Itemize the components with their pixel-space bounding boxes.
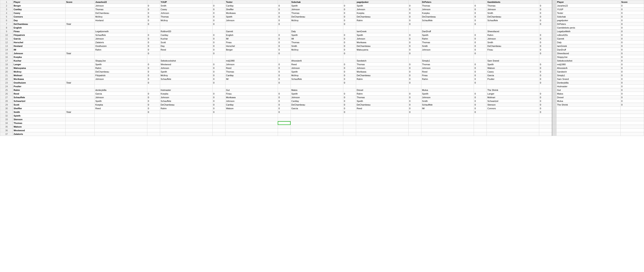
texter-team[interactable]: Horschel [225,44,278,48]
pagelpoker-team[interactable]: pagelpoker [356,0,408,4]
gamblebots-pts[interactable]: 0 [539,63,552,66]
sobchak-team[interactable] [290,132,343,136]
gamblebots-team[interactable]: Sam Sneed [487,59,539,63]
pagelpoker-pts[interactable] [408,59,422,63]
gamblebots-team[interactable]: Poulter [487,77,539,81]
jsearles22-team[interactable]: DeChambeau [94,70,147,74]
drpeters-pts[interactable]: 0 [474,92,487,96]
sobchak-team[interactable]: Schauffele [290,77,343,81]
drpeters-pts[interactable]: 0 [474,44,487,48]
gamblebots-team[interactable]: Stenson [487,103,539,107]
yuup-team[interactable]: Johnson [160,66,212,70]
yuup-pts[interactable] [212,0,225,4]
drpeters-team[interactable] [422,55,474,59]
texter-team[interactable]: Johnson [225,99,278,103]
yuup-team[interactable] [160,125,212,129]
player-name[interactable]: English [13,26,66,30]
player-score[interactable]: Total [66,110,94,114]
pagelpoker-team[interactable]: Speith [356,4,408,8]
texter-team[interactable] [225,22,278,26]
pagelpoker-pts[interactable] [408,26,422,30]
sobchak-pts[interactable]: 0 [343,107,356,110]
player-score[interactable] [66,66,94,70]
drpeters-pts[interactable]: 0 [474,37,487,41]
drpeters-team[interactable] [422,121,474,125]
gamblebots-pts[interactable] [539,59,552,63]
gamblebots-team[interactable]: Speith [487,63,539,66]
yuup-team[interactable] [160,114,212,118]
gamblebots-pts[interactable]: 0 [539,77,552,81]
player-score[interactable] [66,30,94,33]
pagelpoker-team[interactable] [356,110,408,114]
player2-score[interactable]: Score [620,0,644,4]
drpeters-team[interactable] [422,129,474,132]
table-row[interactable]: 22MorikawaJohnson0Schauffele0IM0Schauffe… [0,77,644,81]
jsearles22-team[interactable]: Hovland [94,19,147,22]
yuup-team[interactable] [160,118,212,121]
pagelpoker-pts[interactable]: 0 [408,66,422,70]
sobchak-team[interactable]: Speith [290,70,343,74]
pagelpoker-team[interactable]: Koepka [356,11,408,15]
yuup-team[interactable]: Westwood [160,63,212,66]
player-name[interactable]: Schauffele [13,96,66,99]
gamblebots-team[interactable] [487,114,539,118]
table-row[interactable]: 32Spieth [0,114,644,118]
gamblebots-team[interactable]: Langer [487,92,539,96]
sobchak-team[interactable]: Speith [290,92,343,96]
player-score[interactable] [66,63,94,66]
jsearles22-pts[interactable] [147,114,160,118]
player2-score[interactable]: 0 [620,63,644,66]
gamblebots-pts[interactable]: 0 [539,70,552,74]
texter-team[interactable] [225,118,278,121]
texter-pts[interactable]: 0 [278,99,290,103]
jsearles22-pts[interactable]: 0 [147,44,160,48]
drpeters-team[interactable]: Smith [422,44,474,48]
yuup-team[interactable]: Reed [160,48,212,52]
jsearles22-pts[interactable] [147,88,160,92]
texter-pts[interactable] [278,55,290,59]
yuup-pts[interactable]: 0 [212,63,225,66]
jsearles22-team[interactable] [94,85,147,88]
pagelpoker-team[interactable]: Drexel [356,88,408,92]
texter-pts[interactable]: 0 [278,110,290,114]
drpeters-team[interactable]: IM [422,107,474,110]
texter-pts[interactable]: 0 [278,96,290,99]
table-row[interactable]: 29ScottKoepka0DeChambeau0Cantlay0DeChamb… [0,103,644,107]
gamblebots-pts[interactable]: 0 [539,74,552,77]
player-score[interactable] [66,37,94,41]
jsearles22-team[interactable]: Zalatoris [94,41,147,44]
player-score[interactable] [66,55,94,59]
yuup-team[interactable]: DeChambeau [160,103,212,107]
texter-pts[interactable]: 0 [278,41,290,44]
jsearles22-pts[interactable]: 0 [147,8,160,11]
sobchak-team[interactable]: DeChambeau [290,103,343,107]
texter-pts[interactable] [278,129,290,132]
gamblebots-team[interactable]: Schauffele [487,19,539,22]
player2-name[interactable]: rollins420x [556,33,620,37]
player-score[interactable] [66,74,94,77]
pagelpoker-team[interactable] [356,121,408,125]
pagelpoker-pts[interactable] [408,55,422,59]
sobchak-pts[interactable]: 0 [343,19,356,22]
gamblebots-pts[interactable]: 0 [539,44,552,48]
table-row[interactable]: 28SchwartzelSpeith0Schauffele0Johnson0Ca… [0,99,644,103]
drpeters-team[interactable]: Thomas [422,4,474,8]
gamblebots-team[interactable]: Garcia [487,74,539,77]
yuup-team[interactable]: Kuchar [160,37,212,41]
drpeters-pts[interactable] [474,118,487,121]
gamblebots-team[interactable]: Johnson [487,37,539,41]
sobchak-pts[interactable]: 0 [343,33,356,37]
sobchak-pts[interactable]: 0 [343,70,356,74]
drpeters-team[interactable] [422,125,474,129]
jsearles22-pts[interactable]: 0 [147,33,160,37]
table-row[interactable]: 7DeChambeauTotal0000000DrPeters0 [0,22,644,26]
jsearles22-team[interactable] [94,118,147,121]
drpeters-pts[interactable]: 0 [474,41,487,44]
yuup-pts[interactable]: 0 [212,66,225,70]
texter-team[interactable]: Morikawa [225,96,278,99]
pagelpoker-team[interactable] [356,118,408,121]
jsearles22-pts[interactable] [147,59,160,63]
texter-pts[interactable]: 0 [278,11,290,15]
jsearles22-team[interactable]: Rahm [94,66,147,70]
texter-team[interactable] [225,110,278,114]
